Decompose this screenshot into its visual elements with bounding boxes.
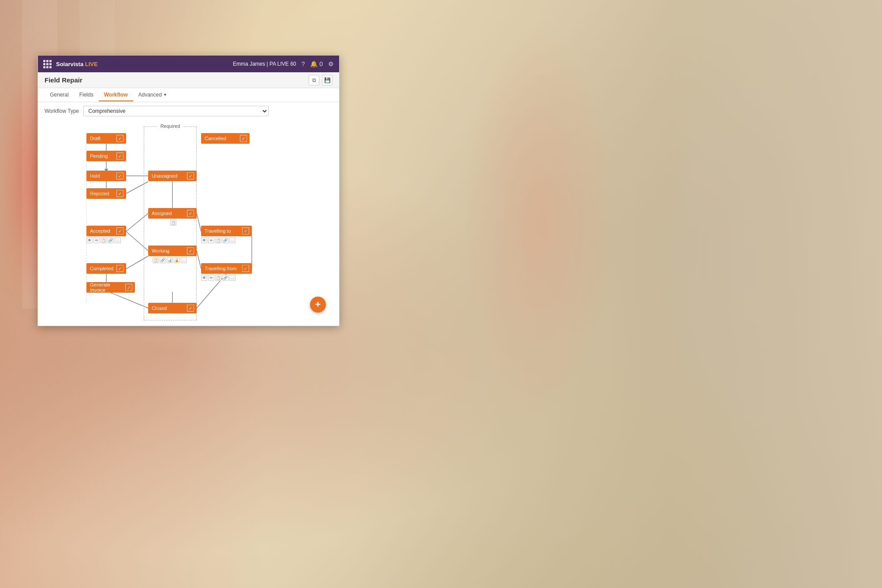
app-window: Solarvista LIVE Emma James | PA LIVE 60 … [37, 55, 340, 326]
tab-general[interactable]: General [45, 89, 74, 101]
node-accepted-label: Accepted [90, 228, 110, 234]
node-assigned[interactable]: Assigned ✓ [148, 208, 197, 219]
node-travelling-from-check[interactable]: ✓ [242, 265, 249, 272]
node-generate-invoice-check[interactable]: ✓ [125, 284, 132, 291]
add-button-icon: + [315, 299, 321, 310]
node-closed-label: Closed [152, 305, 167, 311]
node-completed-check[interactable]: ✓ [116, 265, 123, 272]
svg-line-8 [197, 251, 201, 269]
node-cancelled-label: Cancelled [205, 136, 226, 141]
trav-to-action-4[interactable]: 🔗 [222, 237, 228, 243]
accepted-action-more[interactable]: … [115, 237, 121, 243]
tab-workflow[interactable]: Workflow [99, 89, 133, 101]
working-action-2[interactable]: 🔗 [160, 257, 166, 263]
node-travelling-to[interactable]: Travelling to ✓ [201, 226, 252, 236]
node-assigned-label: Assigned [152, 211, 172, 216]
node-rejected[interactable]: Rejected ✓ [86, 188, 126, 199]
accepted-action-3[interactable]: 📋 [101, 237, 107, 243]
app-title-text: Solarvista [56, 61, 83, 67]
trav-to-action-1[interactable]: 👁 [201, 237, 207, 243]
node-draft[interactable]: Draft ✓ [86, 133, 126, 144]
app-header: Solarvista LIVE Emma James | PA LIVE 60 … [38, 56, 339, 72]
node-unassigned-label: Unassigned [152, 173, 177, 179]
trav-from-action-3[interactable]: 📋 [215, 275, 221, 281]
node-cancelled-check[interactable]: ✓ [240, 135, 247, 142]
add-button[interactable]: + [310, 297, 326, 313]
node-working-actions: 📋 🔗 📊 🔒 … [153, 257, 187, 263]
node-draft-label: Draft [90, 136, 101, 141]
node-rejected-label: Rejected [90, 191, 109, 196]
working-action-1[interactable]: 📋 [153, 257, 159, 263]
header-left: Solarvista LIVE [43, 60, 98, 68]
trav-to-action-3[interactable]: 📋 [215, 237, 221, 243]
node-hold[interactable]: Hold ✓ [86, 171, 126, 181]
working-action-4[interactable]: 🔒 [174, 257, 180, 263]
tab-advanced[interactable]: Advanced ▼ [133, 89, 172, 101]
trav-to-action-more[interactable]: … [229, 237, 235, 243]
working-action-3[interactable]: 📊 [167, 257, 173, 263]
node-completed[interactable]: Completed ✓ [86, 263, 126, 274]
user-info: Emma James | PA LIVE 60 [233, 61, 296, 67]
node-pending-label: Pending [90, 153, 108, 159]
tab-fields[interactable]: Fields [74, 89, 99, 101]
toolbar-title: Field Repair [45, 76, 82, 84]
save-button[interactable]: 💾 [322, 75, 333, 86]
toolbar-actions: ⧉ 💾 [309, 75, 333, 86]
app-toolbar: Field Repair ⧉ 💾 [38, 72, 339, 88]
chevron-down-icon: ▼ [163, 93, 167, 97]
node-generate-invoice-label: Generate Invoice [90, 282, 125, 293]
node-rejected-check[interactable]: ✓ [116, 190, 123, 197]
node-accepted-actions: 👁 ✏ 📋 🔗 … [86, 237, 121, 243]
node-travelling-to-label: Travelling to [205, 228, 231, 234]
node-cancelled[interactable]: Cancelled ✓ [201, 133, 250, 144]
notification-count: 0 [319, 60, 323, 67]
required-label: Required [158, 123, 183, 129]
node-closed[interactable]: Closed ✓ [148, 303, 197, 313]
accepted-action-2[interactable]: ✏ [93, 237, 100, 243]
node-accepted[interactable]: Accepted ✓ [86, 226, 126, 236]
trav-from-action-2[interactable]: ✏ [208, 275, 214, 281]
node-pending-check[interactable]: ✓ [116, 153, 123, 160]
node-closed-check[interactable]: ✓ [187, 305, 194, 312]
apps-icon[interactable] [43, 60, 52, 68]
node-unassigned[interactable]: Unassigned ✓ [148, 171, 197, 181]
node-travelling-from-label: Travelling from [205, 266, 236, 271]
accepted-action-1[interactable]: 👁 [86, 237, 93, 243]
node-pending[interactable]: Pending ✓ [86, 151, 126, 161]
workflow-type-label: Workflow Type [45, 108, 79, 114]
accepted-action-4[interactable]: 🔗 [108, 237, 114, 243]
node-completed-label: Completed [90, 266, 113, 271]
node-draft-check[interactable]: ✓ [116, 135, 123, 142]
node-travelling-from-actions: 👁 ✏ 📋 🔗 … [201, 275, 235, 281]
notification-icon[interactable]: 🔔 0 [310, 60, 323, 67]
tab-advanced-label: Advanced [138, 92, 162, 98]
node-generate-invoice[interactable]: Generate Invoice ✓ [86, 282, 135, 293]
workflow-type-select[interactable]: Comprehensive Simple Basic [83, 106, 269, 116]
app-content: Required Draft ✓ Pending ✓ Hold ✓ Reject… [38, 120, 339, 326]
node-assigned-check[interactable]: ✓ [187, 210, 194, 217]
help-icon[interactable]: ? [302, 60, 305, 67]
svg-line-5 [197, 213, 201, 231]
settings-icon[interactable]: ⚙ [328, 60, 334, 67]
trav-from-action-more[interactable]: … [229, 275, 235, 281]
node-working[interactable]: Working ✓ [148, 246, 197, 256]
node-hold-check[interactable]: ✓ [116, 172, 123, 179]
node-working-check[interactable]: ✓ [187, 247, 194, 254]
assigned-action-1[interactable]: 📋 [170, 220, 176, 226]
app-title-accent: LIVE [85, 61, 98, 67]
workflow-diagram: Required Draft ✓ Pending ✓ Hold ✓ Reject… [42, 124, 335, 321]
trav-to-action-2[interactable]: ✏ [208, 237, 214, 243]
app-nav: General Fields Workflow Advanced ▼ [38, 88, 339, 102]
node-unassigned-check[interactable]: ✓ [187, 172, 194, 179]
trav-from-action-1[interactable]: 👁 [201, 275, 207, 281]
node-accepted-check[interactable]: ✓ [116, 227, 123, 234]
node-travelling-from[interactable]: Travelling from ✓ [201, 263, 252, 274]
node-travelling-to-check[interactable]: ✓ [242, 227, 249, 234]
node-travelling-to-actions: 👁 ✏ 📋 🔗 … [201, 237, 235, 243]
copy-button[interactable]: ⧉ [309, 75, 319, 86]
person-silhouette-2 [639, 44, 838, 485]
node-assigned-actions: 📋 [170, 220, 176, 226]
app-title: Solarvista LIVE [56, 61, 98, 67]
working-action-more[interactable]: … [181, 257, 187, 263]
trav-from-action-4[interactable]: 🔗 [222, 275, 228, 281]
